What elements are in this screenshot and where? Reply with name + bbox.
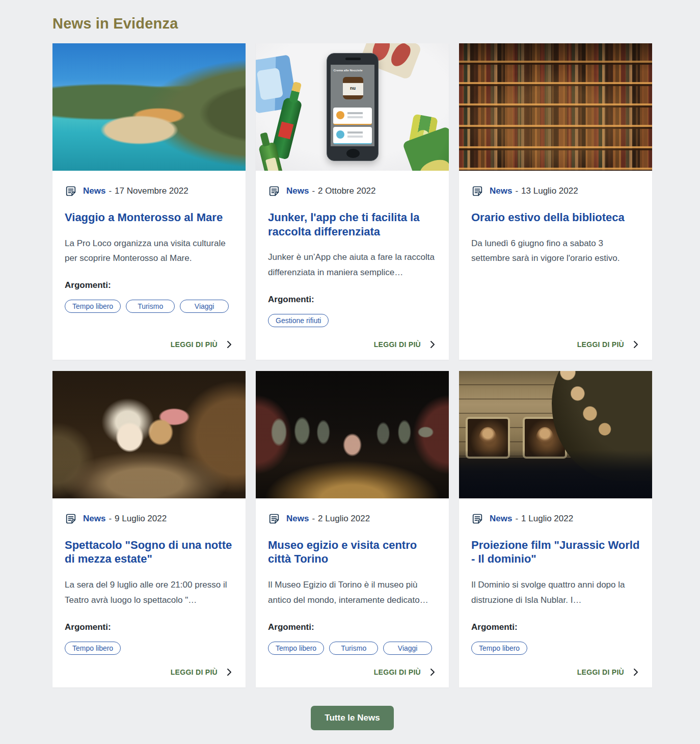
news-note-icon <box>471 185 483 197</box>
card-title[interactable]: Proiezione film "Jurassic World - Il dom… <box>471 538 640 566</box>
news-note-icon <box>268 513 280 525</box>
featured-news-section: News in Evidenza News - 17 Novembre 2022… <box>52 0 652 744</box>
card-date: 2 Luglio 2022 <box>318 514 370 524</box>
tag-list: Tempo liberoTurismoViaggi <box>65 300 233 313</box>
card-date: 2 Ottobre 2022 <box>318 186 375 196</box>
card-body: News - 1 Luglio 2022 Proiezione film "Ju… <box>459 498 652 687</box>
category-label[interactable]: News <box>83 186 105 196</box>
card-meta: News - 13 Luglio 2022 <box>471 185 640 197</box>
topics-label: Argomenti: <box>471 622 640 632</box>
card-excerpt: Da lunedì 6 giugno fino a sabato 3 sette… <box>471 236 640 267</box>
card-meta: News - 2 Ottobre 2022 <box>268 185 437 197</box>
jar-label-text: nu <box>350 86 356 91</box>
read-more-label: LEGGI DI PIÙ <box>374 668 421 676</box>
junker-app-image[interactable]: Crema alle Nocciolenu <box>256 43 449 171</box>
category-label[interactable]: News <box>490 186 512 196</box>
card-body: News - 17 Novembre 2022 Viaggio a Monter… <box>52 171 246 360</box>
news-card: News - 9 Luglio 2022 Spettacolo "Sogno d… <box>52 371 246 687</box>
news-grid: News - 17 Novembre 2022 Viaggio a Monter… <box>52 43 652 687</box>
card-excerpt: Il Museo Egizio di Torino è il museo più… <box>268 577 437 608</box>
tag-chip[interactable]: Viaggi <box>383 642 432 655</box>
read-more-label: LEGGI DI PIÙ <box>577 668 624 676</box>
tag-chip[interactable]: Turismo <box>126 300 175 313</box>
tag-chip[interactable]: Tempo libero <box>268 642 324 655</box>
card-excerpt: La sera del 9 luglio alle ore 21:00 pres… <box>65 577 233 608</box>
card-title[interactable]: Museo egizio e visita centro città Torin… <box>268 538 437 566</box>
news-card: News - 1 Luglio 2022 Proiezione film "Ju… <box>459 371 652 687</box>
tag-chip[interactable]: Tempo libero <box>471 642 527 655</box>
read-more-label: LEGGI DI PIÙ <box>577 340 624 349</box>
all-news-button[interactable]: Tutte le News <box>311 706 393 730</box>
card-excerpt: Junker è un’App che aiuta a fare la racc… <box>268 250 437 280</box>
phone-screen: Crema alle Nocciolenu <box>331 65 374 146</box>
read-more-link[interactable]: LEGGI DI PIÙ <box>577 655 640 676</box>
news-note-icon <box>65 185 77 197</box>
read-more-label: LEGGI DI PIÙ <box>171 340 218 349</box>
person-silhouette <box>479 427 497 450</box>
category-label[interactable]: News <box>286 514 309 524</box>
library-shelves-image[interactable] <box>459 43 652 171</box>
midsummer-painting-image[interactable] <box>52 371 246 498</box>
app-title-text: Crema alle Nocciole <box>331 65 374 72</box>
category-label[interactable]: News <box>286 186 309 196</box>
read-more-link[interactable]: LEGGI DI PIÙ <box>171 327 233 349</box>
tag-chip[interactable]: Gestione rifiuti <box>268 314 329 327</box>
nutella-jar-illustration: nu <box>343 77 363 99</box>
card-body: News - 2 Luglio 2022 Museo egizio e visi… <box>256 498 449 687</box>
news-card: News - 17 Novembre 2022 Viaggio a Monter… <box>52 43 246 360</box>
tag-chip[interactable]: Tempo libero <box>65 642 121 655</box>
card-date: 17 Novembre 2022 <box>115 186 189 196</box>
topics-label: Argomenti: <box>268 295 437 305</box>
category-label[interactable]: News <box>83 514 105 524</box>
meta-separator: - <box>312 186 315 196</box>
tag-chip[interactable]: Tempo libero <box>65 300 121 313</box>
card-title[interactable]: Spettacolo "Sogno di una notte di mezza … <box>65 538 233 566</box>
meta-separator: - <box>515 514 518 524</box>
card-body: News - 9 Luglio 2022 Spettacolo "Sogno d… <box>52 498 246 687</box>
tag-chip[interactable]: Viaggi <box>180 300 229 313</box>
tag-chip[interactable]: Turismo <box>329 642 378 655</box>
news-note-icon <box>471 513 483 525</box>
card-excerpt: Il Dominio si svolge quattro anni dopo l… <box>471 577 640 608</box>
read-more-link[interactable]: LEGGI DI PIÙ <box>577 327 640 349</box>
page-title: News in Evidenza <box>52 15 652 32</box>
card-title[interactable]: Viaggio a Monterosso al Mare <box>65 210 233 225</box>
news-card: Crema alle Nocciolenu News - 2 Ottobre 2… <box>256 43 449 360</box>
read-more-link[interactable]: LEGGI DI PIÙ <box>171 655 233 676</box>
card-title[interactable]: Junker, l'app che ti facilita la raccolt… <box>268 210 437 238</box>
card-body: News - 13 Luglio 2022 Orario estivo dell… <box>459 171 652 360</box>
read-more-link[interactable]: LEGGI DI PIÙ <box>374 327 437 349</box>
phone-home-button <box>346 149 360 158</box>
topics-label: Argomenti: <box>65 622 233 632</box>
app-info-row-jar <box>333 127 372 144</box>
monterosso-coast-image[interactable] <box>52 43 246 171</box>
read-more-label: LEGGI DI PIÙ <box>171 668 218 676</box>
card-date: 1 Luglio 2022 <box>521 514 573 524</box>
app-info-row-cap <box>333 108 372 125</box>
footer-actions: Tutte le News <box>52 706 652 730</box>
news-note-icon <box>65 513 77 525</box>
egyptian-museum-image[interactable] <box>256 371 449 498</box>
meta-separator: - <box>109 186 112 196</box>
chevron-right-icon <box>225 668 233 676</box>
card-meta: News - 9 Luglio 2022 <box>65 513 233 525</box>
tag-list: Tempo liberoTurismoViaggi <box>268 642 437 655</box>
read-more-label: LEGGI DI PIÙ <box>374 340 421 349</box>
tag-list: Gestione rifiuti <box>268 314 437 327</box>
person-silhouette <box>536 427 554 450</box>
card-title[interactable]: Orario estivo della biblioteca <box>471 210 640 225</box>
chevron-right-icon <box>632 668 640 676</box>
card-body: News - 2 Ottobre 2022 Junker, l'app che … <box>256 171 449 360</box>
meta-separator: - <box>312 514 315 524</box>
card-excerpt: La Pro Loco organizza una visita cultura… <box>65 236 233 267</box>
card-date: 13 Luglio 2022 <box>521 186 578 196</box>
tag-list: Tempo libero <box>471 642 640 655</box>
tag-list: Tempo libero <box>65 642 233 655</box>
read-more-link[interactable]: LEGGI DI PIÙ <box>374 655 437 676</box>
chevron-right-icon <box>428 668 437 676</box>
meta-separator: - <box>515 186 518 196</box>
news-card: News - 2 Luglio 2022 Museo egizio e visi… <box>256 371 449 687</box>
jurassic-world-image[interactable] <box>459 371 652 498</box>
chevron-right-icon <box>428 340 437 349</box>
category-label[interactable]: News <box>490 514 512 524</box>
